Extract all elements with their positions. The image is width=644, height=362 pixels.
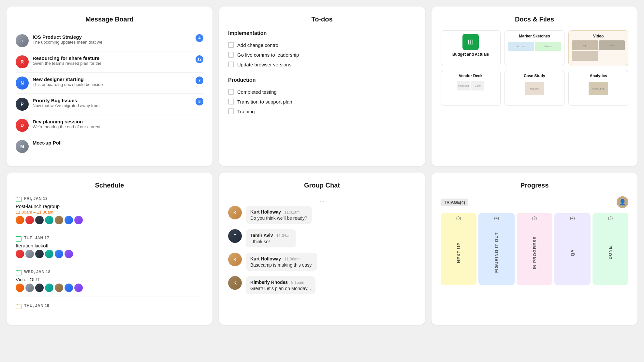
todo-section-title: Production <box>228 77 416 83</box>
doc-thumbnails: Ad min Eve nt <box>508 42 561 51</box>
todo-checkbox[interactable] <box>228 42 234 48</box>
col-count: (2) <box>532 216 537 220</box>
progress-column[interactable]: (4) QA <box>554 213 590 285</box>
todo-checkbox[interactable] <box>228 52 234 58</box>
message-badge: 12 <box>196 55 203 63</box>
message-list: i iOS Product Strategy The upcoming upda… <box>16 30 203 157</box>
message-preview: The upcoming updates mean that we <box>33 40 192 45</box>
avatar: N <box>16 77 29 90</box>
schedule-avatar <box>45 250 53 258</box>
message-title: Meet-up Poll <box>33 140 203 146</box>
schedule-date: WED, JAN 18 <box>24 270 51 274</box>
schedule-avatars <box>16 250 203 258</box>
main-grid: Message Board i iOS Product Strategy The… <box>7 7 637 325</box>
doc-item[interactable]: Marker Sketches Ad min Eve nt <box>505 30 564 66</box>
schedule-event-block[interactable]: FRI, JAN 13 Post-launch regroup 11:00am … <box>16 196 203 229</box>
avatar: M <box>16 140 29 153</box>
progress-user-avatar[interactable]: 👤 <box>617 196 628 208</box>
message-item[interactable]: P Priority Bug Issues Now that we've mig… <box>16 94 203 115</box>
chat-sender: Kurt Holloway <box>250 256 281 261</box>
doc-item[interactable]: Video logo scene <box>568 30 628 66</box>
calendar-icon <box>16 236 22 242</box>
todos-list: Implementation Add change control Go liv… <box>228 30 416 116</box>
todo-item[interactable]: Go live comms to leadership <box>228 50 416 60</box>
todo-checkbox[interactable] <box>228 89 234 95</box>
chat-header: Tamir Aviv 11:04am <box>250 232 292 238</box>
schedule-avatar <box>65 284 73 292</box>
message-preview: We're nearing the end of our current <box>33 124 203 129</box>
schedule-date: FRI, JAN 13 <box>24 196 48 201</box>
schedule-date: THU, JAN 19 <box>24 303 50 308</box>
group-chat-card: Group Chat ... K Kurt Holloway 11:01am D… <box>219 173 425 325</box>
message-preview: Given the team's revised plan for the <box>33 61 192 66</box>
doc-item[interactable]: ⊞ Budget and Actuals <box>441 30 501 66</box>
todos-card: To-dos Implementation Add change control… <box>219 7 425 166</box>
chat-avatar: K <box>228 276 242 290</box>
schedule-event-name: Post-launch regroup <box>16 203 203 209</box>
message-content: Resourcing for share feature Given the t… <box>33 55 192 66</box>
message-badge: 5 <box>196 98 203 105</box>
date-header: FRI, JAN 13 <box>16 196 203 202</box>
chat-message: K Kurt Holloway 11:06am Basecamp is maki… <box>228 253 416 271</box>
avatar: i <box>16 34 29 47</box>
schedule-avatar <box>74 284 83 292</box>
doc-item[interactable]: Analytics color2.png <box>568 70 628 106</box>
col-label: IN PROGRESS <box>532 223 537 282</box>
chat-sender: Tamir Aviv <box>250 233 273 238</box>
todo-label: Update browser versions <box>237 62 291 67</box>
todo-checkbox[interactable] <box>228 62 234 67</box>
message-item[interactable]: M Meet-up Poll <box>16 136 203 157</box>
progress-column[interactable]: (2) DONE <box>593 213 628 285</box>
analytics-thumb: color2.png <box>589 82 608 95</box>
todo-checkbox[interactable] <box>228 99 234 104</box>
docs-files-card: Docs & Files ⊞ Budget and Actuals Marker… <box>432 7 637 166</box>
progress-column[interactable]: (4) FIGURING IT OUT <box>478 213 514 285</box>
todo-item[interactable]: Training <box>228 106 416 116</box>
schedule-time: 11:00am – 11:30am <box>16 210 203 215</box>
todo-checkbox[interactable] <box>228 108 234 114</box>
schedule-avatar <box>16 216 24 224</box>
message-item[interactable]: R Resourcing for share feature Given the… <box>16 51 203 73</box>
message-title: Priority Bug Issues <box>33 98 192 103</box>
message-title: Resourcing for share feature <box>33 55 192 61</box>
todo-item[interactable]: Update browser versions <box>228 60 416 69</box>
schedule-event-block[interactable]: WED, JAN 18 Victor OUT <box>16 270 203 297</box>
doc-name: Analytics <box>590 74 607 78</box>
message-item[interactable]: N New designer starting This onboarding … <box>16 73 203 94</box>
schedule-avatar <box>74 216 83 224</box>
message-board-title: Message Board <box>16 16 203 23</box>
date-header: WED, JAN 18 <box>16 270 203 275</box>
progress-column[interactable]: (3) NEXT UP <box>441 213 476 285</box>
message-title: iOS Product Strategy <box>33 34 192 40</box>
docs-files-title: Docs & Files <box>441 16 628 23</box>
doc-item[interactable]: Vendor Deck nature.png 2.png <box>441 70 501 106</box>
schedule-avatar <box>25 216 34 224</box>
calendar-icon <box>16 270 22 275</box>
chat-sender: Kimberly Rhodes <box>250 280 288 285</box>
schedule-event-block[interactable]: TUE, JAN 17 Iteration kickoff <box>16 236 203 263</box>
svg-rect-3 <box>16 236 21 241</box>
todo-item[interactable]: Transition to support plan <box>228 97 416 106</box>
schedule-avatar <box>35 250 44 258</box>
schedule-card: Schedule FRI, JAN 13 Post-launch regroup… <box>7 173 212 325</box>
todo-item[interactable]: Completed testing <box>228 87 416 97</box>
col-count: (3) <box>456 216 461 220</box>
svg-rect-0 <box>16 197 21 202</box>
doc-item[interactable]: Case Study abc.png <box>505 70 564 106</box>
schedule-avatars <box>16 284 203 292</box>
schedule-divider <box>16 297 203 297</box>
schedule-event-block[interactable]: THU, JAN 19 <box>16 303 203 309</box>
message-item[interactable]: D Dev planning session We're nearing the… <box>16 115 203 136</box>
video-thumb: scene <box>599 40 625 50</box>
todo-item[interactable]: Add change control <box>228 40 416 50</box>
chat-header: Kurt Holloway 11:06am <box>250 256 313 262</box>
chat-avatar: K <box>228 253 242 266</box>
chat-time: 11:01am <box>285 210 300 215</box>
schedule-title: Schedule <box>16 182 203 189</box>
message-content: Dev planning session We're nearing the e… <box>33 119 203 129</box>
message-content: iOS Product Strategy The upcoming update… <box>33 34 192 45</box>
progress-header: TRIAGE(4) 👤 <box>441 196 628 208</box>
progress-column[interactable]: (2) IN PROGRESS <box>517 213 552 285</box>
message-item[interactable]: i iOS Product Strategy The upcoming upda… <box>16 30 203 51</box>
todo-section-title: Implementation <box>228 30 416 36</box>
